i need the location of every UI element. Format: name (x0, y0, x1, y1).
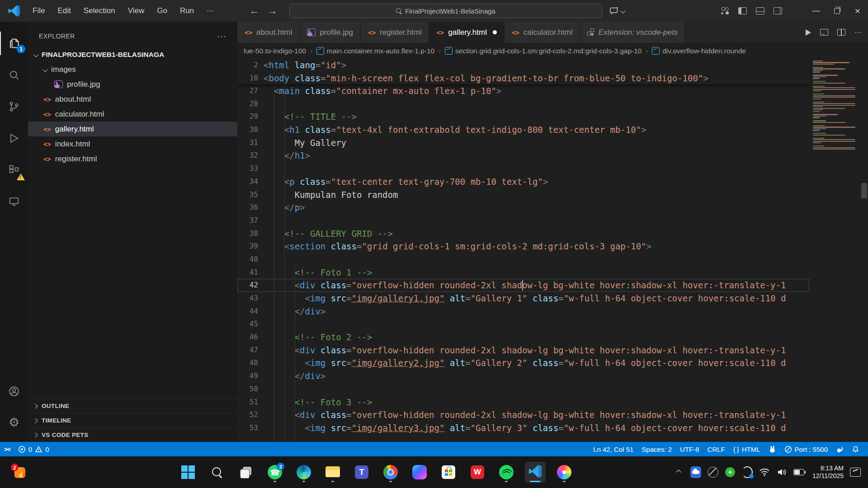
line-number[interactable]: 49 (237, 370, 264, 383)
menu-go[interactable]: Go (151, 5, 173, 17)
nav-back-icon[interactable]: ← (250, 5, 259, 17)
toggle-secondary-sidebar-icon[interactable] (774, 7, 782, 14)
explorer-more-actions-button[interactable]: ··· (217, 32, 226, 41)
line-number[interactable]: 48 (237, 357, 264, 370)
tab-calculator-html[interactable]: <>calculator.html (505, 22, 580, 43)
activity-run-debug-icon[interactable] (0, 127, 28, 150)
tab-about-html[interactable]: <>about.html (237, 22, 300, 43)
file-item-images[interactable]: images (28, 62, 237, 77)
menu-view[interactable]: View (123, 5, 150, 17)
problems-indicator[interactable]: 0 0 (14, 442, 53, 456)
code-line-35[interactable]: 35 Kumpulan Foto random (237, 188, 809, 202)
menu-more[interactable]: ··· (201, 5, 220, 17)
line-number[interactable]: 53 (237, 422, 264, 435)
more-actions-icon[interactable]: ··· (854, 28, 862, 37)
antivirus-icon[interactable]: + (725, 467, 736, 478)
section-timeline[interactable]: TIMELINE (28, 413, 237, 427)
taskbar-photos-icon[interactable] (554, 462, 575, 483)
pet-squirrel-button[interactable] (832, 442, 848, 456)
menu-run[interactable]: Run (175, 5, 199, 17)
pen-icon[interactable] (850, 467, 861, 478)
activity-explorer-icon[interactable]: 1 (0, 32, 29, 55)
taskbar-start-icon[interactable] (178, 462, 198, 483)
line-number[interactable]: 52 (237, 408, 264, 422)
code-line-45[interactable]: 45 (237, 318, 809, 331)
breadcrumb-item[interactable]: lue-50.to-indigo-100 (244, 47, 306, 55)
line-number[interactable]: 41 (237, 266, 264, 279)
code-line-32[interactable]: 32 </h1> (237, 149, 809, 162)
tab-profile-jpg[interactable]: profile.jpg (300, 22, 361, 43)
hardware-monitor-widget[interactable]: 2 (11, 464, 29, 481)
file-item-about-html[interactable]: <>about.html (28, 92, 237, 107)
clock[interactable]: 8:13 AM 12/11/2025 (812, 465, 844, 480)
file-item-register-html[interactable]: <>register.html (28, 151, 237, 166)
line-number[interactable]: 31 (237, 136, 264, 150)
line-number[interactable]: 44 (237, 305, 264, 318)
toggle-sidebar-icon[interactable] (738, 7, 747, 14)
line-number[interactable]: 37 (237, 214, 264, 227)
nav-forward-icon[interactable]: → (268, 5, 278, 17)
menu-selection[interactable]: Selection (78, 5, 121, 17)
code-line-40[interactable]: 40 (237, 253, 809, 266)
line-number[interactable]: 36 (237, 201, 264, 214)
activity-remote-explorer-icon[interactable] (0, 190, 28, 213)
taskbar-vscode-icon[interactable] (525, 462, 546, 483)
code-line-43[interactable]: 43 <img src="img/gallery1.jpg" alt="Gall… (237, 292, 809, 305)
line-number[interactable]: 29 (237, 110, 264, 123)
file-item-gallery-html[interactable]: <>gallery.html (28, 122, 237, 136)
breadcrumb-item[interactable]: div.overflow-hidden.rounde (652, 47, 746, 55)
activity-accounts-icon[interactable] (0, 380, 28, 403)
language-mode[interactable]: { }HTML (729, 442, 764, 456)
code-line-33[interactable]: 33 (237, 162, 809, 175)
activity-extensions-icon[interactable] (0, 158, 28, 182)
code-line-47[interactable]: 47 <div class="overflow-hidden rounded-2… (237, 344, 809, 357)
toggle-panel-icon[interactable] (756, 7, 764, 14)
code-line-27[interactable]: 27 <main class="container mx-auto flex-1… (237, 84, 809, 98)
line-number[interactable]: 51 (237, 396, 264, 409)
workspace-root-folder[interactable]: FINALPROJECTWEB1-BELASINAGA (28, 47, 237, 62)
line-number[interactable]: 42 (237, 279, 264, 292)
menu-file[interactable]: File (27, 5, 50, 17)
code-line-34[interactable]: 34 <p class="text-center text-gray-700 m… (237, 175, 809, 188)
file-item-profile-jpg[interactable]: profile.jpg (28, 77, 237, 92)
taskbar-task-view-icon[interactable] (236, 462, 256, 483)
tab-gallery-html[interactable]: <>gallery.html (429, 22, 505, 43)
line-number[interactable]: 45 (237, 318, 264, 331)
taskbar-chrome-icon[interactable] (380, 462, 401, 483)
code-line-10[interactable]: 10<body class="min-h-screen flex flex-co… (237, 72, 809, 85)
taskbar-teams-icon[interactable]: T (351, 462, 372, 483)
code-line-53[interactable]: 53 <img src="img/gallery3.jpg" alt="Gall… (237, 422, 809, 435)
line-number[interactable]: 35 (237, 188, 264, 202)
encoding[interactable]: UTF-8 (676, 442, 703, 456)
line-number[interactable]: 39 (237, 240, 264, 253)
activity-search-icon[interactable] (0, 63, 28, 87)
pet-rabbit-button[interactable] (764, 442, 780, 456)
close-button[interactable]: × (847, 0, 868, 22)
code-line-52[interactable]: 52 <div class="overflow-hidden rounded-2… (237, 408, 809, 422)
code-editor[interactable]: 2<html lang="id">10<body class="min-h-sc… (237, 59, 868, 442)
code-line-31[interactable]: 31 My Gallery (237, 136, 809, 150)
remote-indicator[interactable]: >< (0, 442, 14, 456)
customize-layout-icon[interactable] (722, 7, 729, 14)
restore-button[interactable] (826, 0, 847, 22)
line-number[interactable]: 38 (237, 227, 264, 240)
code-line-42[interactable]: 42 <div class="overflow-hidden rounded-2… (237, 279, 809, 292)
live-server-port[interactable]: Port : 5500 (780, 442, 832, 456)
code-line-2[interactable]: 2<html lang="id"> (237, 59, 809, 72)
minimize-button[interactable]: — (806, 0, 826, 22)
split-editor-icon[interactable] (837, 29, 845, 36)
onedrive-icon[interactable] (690, 467, 701, 478)
hidden-icons-button[interactable] (673, 467, 684, 478)
sync-icon[interactable] (742, 467, 753, 478)
line-number[interactable]: 46 (237, 331, 264, 344)
tab-extension-vscode-pets[interactable]: Extension: vscode-pets (580, 22, 685, 43)
code-line-30[interactable]: 30 <h1 class="text-4xl font-extrabold te… (237, 123, 809, 136)
copilot-button[interactable] (609, 6, 625, 16)
code-line-29[interactable]: 29 <!-- TITLE --> (237, 110, 809, 123)
minimap[interactable] (810, 59, 859, 442)
code-line-38[interactable]: 38 <!-- GALLERY GRID --> (237, 227, 809, 240)
line-number[interactable]: 43 (237, 292, 264, 305)
wifi-icon[interactable] (759, 467, 770, 478)
line-number[interactable]: 28 (237, 98, 264, 111)
code-line-37[interactable]: 37 (237, 214, 809, 227)
